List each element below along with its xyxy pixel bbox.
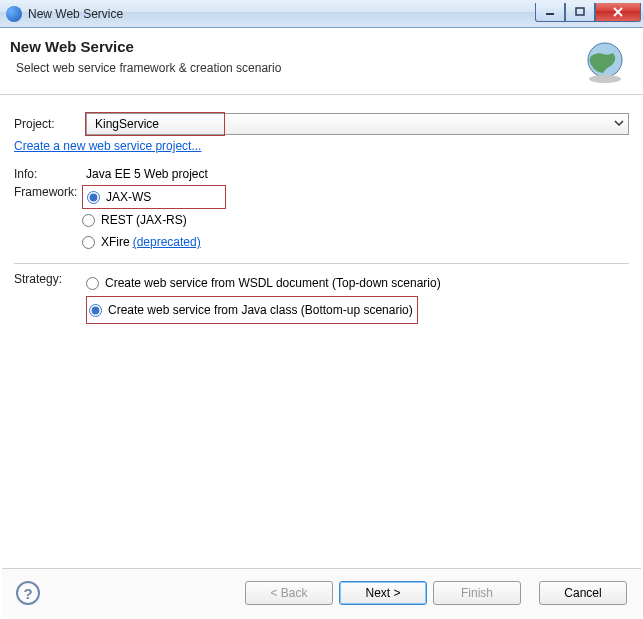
wizard-content: Project: Create a new web service projec… bbox=[0, 95, 643, 338]
strategy-option-bottomup[interactable]: Create web service from Java class (Bott… bbox=[89, 299, 413, 321]
close-icon bbox=[612, 7, 624, 17]
titlebar[interactable]: New Web Service bbox=[0, 0, 643, 28]
strategy-option-topdown[interactable]: Create web service from WSDL document (T… bbox=[86, 272, 441, 294]
highlight-framework: JAX-WS bbox=[82, 185, 226, 209]
info-label: Info: bbox=[14, 167, 86, 181]
back-button[interactable]: < Back bbox=[245, 581, 333, 605]
minimize-button[interactable] bbox=[535, 3, 565, 22]
radio-topdown[interactable] bbox=[86, 277, 99, 290]
help-button[interactable]: ? bbox=[16, 581, 40, 605]
info-value: Java EE 5 Web project bbox=[86, 167, 208, 181]
help-icon: ? bbox=[23, 585, 32, 602]
framework-jaxws-label: JAX-WS bbox=[106, 190, 151, 204]
strategy-label: Strategy: bbox=[14, 272, 86, 286]
window-buttons bbox=[535, 3, 641, 22]
framework-option-rest[interactable]: REST (JAX-RS) bbox=[82, 209, 226, 231]
framework-rest-label: REST (JAX-RS) bbox=[101, 213, 187, 227]
page-subtitle: Select web service framework & creation … bbox=[16, 61, 581, 75]
create-project-link[interactable]: Create a new web service project... bbox=[14, 139, 201, 153]
close-button[interactable] bbox=[595, 3, 641, 22]
finish-button[interactable]: Finish bbox=[433, 581, 521, 605]
maximize-icon bbox=[575, 7, 585, 17]
radio-xfire[interactable] bbox=[82, 236, 95, 249]
strategy-bottomup-label: Create web service from Java class (Bott… bbox=[108, 303, 413, 317]
maximize-button[interactable] bbox=[565, 3, 595, 22]
radio-rest[interactable] bbox=[82, 214, 95, 227]
project-label: Project: bbox=[14, 117, 86, 131]
strategy-topdown-label: Create web service from WSDL document (T… bbox=[105, 276, 441, 290]
next-button[interactable]: Next > bbox=[339, 581, 427, 605]
framework-option-xfire[interactable]: XFire (deprecated) bbox=[82, 231, 226, 253]
cancel-button[interactable]: Cancel bbox=[539, 581, 627, 605]
page-title: New Web Service bbox=[10, 38, 581, 55]
highlight-strategy: Create web service from Java class (Bott… bbox=[86, 296, 418, 324]
window-title: New Web Service bbox=[28, 7, 535, 21]
wizard-footer: ? < Back Next > Finish Cancel bbox=[2, 568, 641, 617]
svg-rect-1 bbox=[576, 8, 584, 15]
radio-bottomup[interactable] bbox=[89, 304, 102, 317]
xfire-deprecated-link[interactable]: (deprecated) bbox=[133, 235, 201, 249]
separator bbox=[14, 263, 629, 264]
framework-xfire-label: XFire bbox=[101, 235, 130, 249]
app-icon bbox=[6, 6, 22, 22]
wizard-header: New Web Service Select web service frame… bbox=[0, 28, 643, 95]
svg-rect-0 bbox=[546, 13, 554, 15]
framework-option-jaxws[interactable]: JAX-WS bbox=[87, 186, 151, 208]
globe-icon bbox=[581, 38, 629, 86]
radio-jaxws[interactable] bbox=[87, 191, 100, 204]
project-combo[interactable] bbox=[86, 113, 629, 135]
framework-label: Framework: bbox=[14, 185, 86, 199]
svg-point-4 bbox=[589, 75, 621, 83]
minimize-icon bbox=[545, 7, 555, 17]
